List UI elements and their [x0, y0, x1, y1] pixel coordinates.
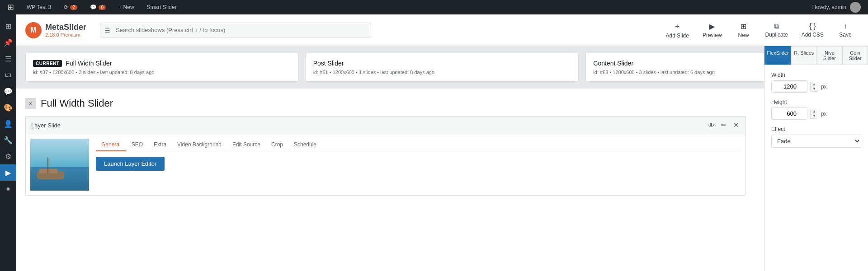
- slide-type-label: Layer Slide: [31, 122, 61, 129]
- add-slide-icon: ＋: [674, 22, 681, 31]
- sidebar-item-metaslider[interactable]: ▶: [0, 164, 16, 181]
- sidebar-item-users[interactable]: 👤: [0, 116, 16, 132]
- slider-card-meta: id: #37 • 1200x600 • 3 slides • last upd…: [33, 70, 291, 75]
- new-content-label: + New: [118, 4, 134, 10]
- slider-name: Content Slider: [593, 60, 633, 67]
- search-input[interactable]: [100, 23, 371, 37]
- tab-video-bg[interactable]: Video Background: [172, 139, 227, 151]
- sidebar-item-pin[interactable]: 📌: [0, 34, 16, 51]
- comments-item[interactable]: 💬 0: [87, 0, 108, 14]
- wp-logo-icon: ⊞: [7, 2, 14, 12]
- panel-tab-nivo[interactable]: Nivo Slider: [817, 46, 843, 65]
- site-name-item[interactable]: WP Test 3: [24, 0, 54, 14]
- add-css-label: Add CSS: [802, 32, 824, 38]
- updates-item[interactable]: ⟳ 2: [61, 0, 80, 14]
- duplicate-button[interactable]: ⧉ Duplicate: [760, 19, 793, 41]
- effect-select[interactable]: Fade Slide Zoom: [771, 135, 861, 148]
- width-field: Width ▲ ▼ px: [771, 72, 861, 93]
- editor-main: × Full Width Slider Layer Slide 👁 ✏ ✕: [25, 98, 746, 271]
- height-input[interactable]: [771, 107, 807, 120]
- width-unit: px: [821, 84, 827, 90]
- sidebar-item-dashboard[interactable]: ⊞: [0, 18, 16, 34]
- howdy-item[interactable]: Howdy, admin: [810, 0, 863, 14]
- new-content-item[interactable]: + New: [116, 0, 137, 14]
- launch-layer-editor-button[interactable]: Launch Layer Editor: [96, 157, 165, 171]
- new-button[interactable]: ⊞ New: [730, 19, 757, 41]
- sky-bg: [30, 139, 89, 167]
- admin-avatar-icon: [850, 2, 861, 13]
- height-label: Height: [771, 99, 861, 105]
- edit-icon[interactable]: ✏: [720, 120, 728, 130]
- add-css-icon: { }: [809, 22, 816, 30]
- metaslider-header: M MetaSlider 2.18.0 Premium ☰ ＋ Add Slid…: [16, 14, 868, 46]
- tab-general[interactable]: General: [96, 139, 126, 151]
- width-label: Width: [771, 72, 861, 78]
- wp-admin-bar: ⊞ WP Test 3 ⟳ 2 💬 0 + New Smart Slider H…: [0, 0, 868, 14]
- slide-editor-header: Layer Slide 👁 ✏ ✕: [26, 117, 745, 134]
- sidebar-item-extra[interactable]: ●: [0, 181, 16, 197]
- slider-card-full-width[interactable]: CURRENT Full Width Slider id: #37 • 1200…: [25, 53, 299, 82]
- plugin-name-label: Smart Slider: [147, 4, 177, 10]
- height-unit: px: [821, 111, 827, 117]
- preview-button[interactable]: ▶ Preview: [697, 19, 727, 41]
- logo-name: MetaSlider: [45, 23, 86, 33]
- comment-icon: 💬: [90, 4, 97, 10]
- add-css-button[interactable]: { } Add CSS: [796, 19, 829, 41]
- boat-deck: [39, 169, 57, 173]
- sidebar-item-posts[interactable]: ☰: [0, 51, 16, 67]
- save-button[interactable]: ↑ Save: [832, 19, 859, 41]
- add-slide-label: Add Slide: [666, 33, 689, 39]
- effect-label: Effect: [771, 126, 861, 132]
- sidebar-item-tools[interactable]: 🔧: [0, 132, 16, 148]
- width-input[interactable]: [771, 80, 807, 93]
- tab-extra[interactable]: Extra: [148, 139, 172, 151]
- effect-field: Effect Fade Slide Zoom: [771, 126, 861, 148]
- width-up-button[interactable]: ▲: [811, 82, 818, 87]
- slider-card-meta: id: #61 • 1200x600 • 1 slides • last upd…: [313, 70, 571, 75]
- tab-seo[interactable]: SEO: [126, 139, 148, 151]
- height-stepper: ▲ ▼: [810, 109, 818, 119]
- tab-schedule[interactable]: Schedule: [288, 139, 322, 151]
- panel-tab-rslides[interactable]: R. Slides: [791, 46, 817, 65]
- slider-card-title: Post Slider: [313, 60, 571, 67]
- visibility-icon[interactable]: 👁: [707, 121, 716, 130]
- panel-tab-coin[interactable]: Coin Slider: [842, 46, 868, 65]
- sliders-grid: CURRENT Full Width Slider id: #37 • 1200…: [25, 53, 859, 82]
- right-panel: FlexSlider R. Slides Nivo Slider Coin Sl…: [764, 46, 868, 271]
- slider-card-post[interactable]: Post Slider id: #61 • 1200x600 • 1 slide…: [306, 53, 579, 82]
- preview-label: Preview: [703, 32, 722, 38]
- close-editor-button[interactable]: ×: [25, 98, 36, 109]
- flexslider-tab-label: FlexSlider: [767, 50, 789, 56]
- plugin-name-item[interactable]: Smart Slider: [144, 0, 179, 14]
- update-icon: ⟳: [64, 4, 68, 10]
- height-down-button[interactable]: ▼: [811, 114, 818, 118]
- slide-editor: Layer Slide 👁 ✏ ✕: [25, 116, 746, 196]
- logo-text: MetaSlider 2.18.0 Premium: [45, 23, 86, 38]
- tab-crop[interactable]: Crop: [266, 139, 288, 151]
- tab-edit-source[interactable]: Edit Source: [227, 139, 266, 151]
- slide-content: General SEO Extra Video Background Edit …: [26, 134, 745, 195]
- duplicate-label: Duplicate: [765, 32, 788, 38]
- search-container: ☰: [100, 23, 371, 37]
- height-up-button[interactable]: ▲: [811, 109, 818, 114]
- delete-icon[interactable]: ✕: [732, 120, 740, 130]
- slide-options: General SEO Extra Video Background Edit …: [96, 139, 741, 191]
- slide-tabs: General SEO Extra Video Background Edit …: [96, 139, 741, 151]
- launch-label: Launch Layer Editor: [104, 160, 156, 167]
- panel-tabs: FlexSlider R. Slides Nivo Slider Coin Sl…: [764, 46, 868, 65]
- sidebar-item-comments[interactable]: 💬: [0, 83, 16, 99]
- sidebar-item-settings[interactable]: ⚙: [0, 148, 16, 164]
- panel-tab-flexslider[interactable]: FlexSlider: [764, 46, 791, 65]
- add-slide-button[interactable]: ＋ Add Slide: [660, 19, 694, 42]
- sidebar-item-media[interactable]: 🗂: [0, 67, 16, 83]
- update-count: 2: [70, 5, 77, 10]
- metaslider-logo: M MetaSlider 2.18.0 Premium: [25, 22, 86, 38]
- site-name-label: WP Test 3: [27, 4, 51, 10]
- slider-name: Post Slider: [313, 60, 344, 67]
- search-icon: ☰: [104, 27, 110, 34]
- slider-name-title: Full Width Slider: [41, 98, 113, 109]
- width-down-button[interactable]: ▼: [811, 87, 818, 91]
- sidebar-item-appearance[interactable]: 🎨: [0, 99, 16, 116]
- wp-logo-item[interactable]: ⊞: [5, 0, 17, 14]
- slider-name: Full Width Slider: [66, 60, 112, 67]
